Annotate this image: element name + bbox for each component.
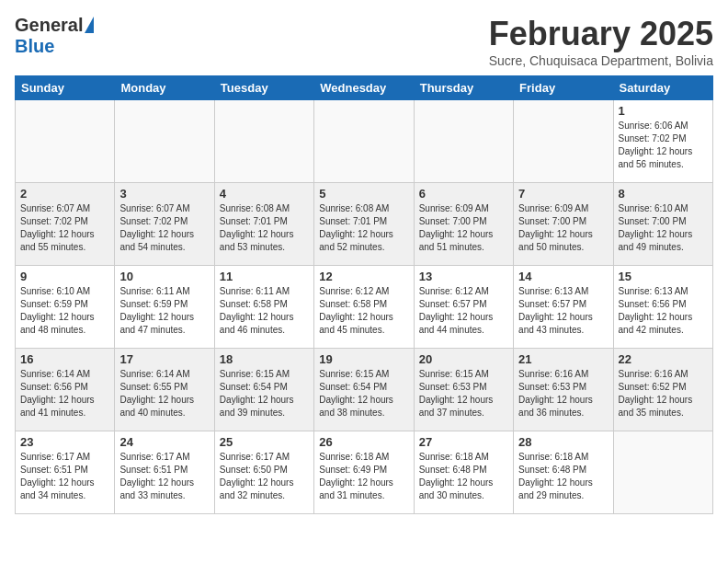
day-number: 10 bbox=[119, 270, 209, 283]
day-number: 12 bbox=[319, 270, 408, 283]
day-number: 27 bbox=[419, 435, 508, 449]
calendar-cell bbox=[514, 100, 613, 183]
day-number: 6 bbox=[419, 187, 508, 201]
weekday-header-friday: Friday bbox=[514, 76, 613, 100]
day-number: 24 bbox=[119, 435, 209, 449]
calendar-cell bbox=[314, 100, 414, 183]
day-info: Sunrise: 6:09 AM Sunset: 7:00 PM Dayligh… bbox=[518, 202, 608, 254]
day-number: 8 bbox=[619, 187, 708, 201]
day-number: 21 bbox=[518, 352, 608, 366]
calendar-cell bbox=[115, 100, 214, 183]
day-number: 15 bbox=[619, 270, 708, 283]
day-info: Sunrise: 6:15 AM Sunset: 6:54 PM Dayligh… bbox=[220, 368, 309, 419]
calendar-cell: 10Sunrise: 6:11 AM Sunset: 6:59 PM Dayli… bbox=[115, 266, 214, 349]
day-info: Sunrise: 6:11 AM Sunset: 6:58 PM Dayligh… bbox=[220, 285, 309, 337]
calendar-cell: 9Sunrise: 6:10 AM Sunset: 6:59 PM Daylig… bbox=[16, 266, 115, 349]
calendar-week-row: 2Sunrise: 6:07 AM Sunset: 7:02 PM Daylig… bbox=[16, 183, 713, 266]
calendar-week-row: 23Sunrise: 6:17 AM Sunset: 6:51 PM Dayli… bbox=[16, 431, 713, 514]
calendar-cell: 1Sunrise: 6:06 AM Sunset: 7:02 PM Daylig… bbox=[613, 100, 712, 183]
day-info: Sunrise: 6:16 AM Sunset: 6:52 PM Dayligh… bbox=[619, 368, 708, 419]
day-number: 2 bbox=[20, 187, 109, 201]
day-number: 5 bbox=[319, 187, 408, 201]
logo-general-text: General bbox=[15, 15, 83, 36]
day-number: 7 bbox=[518, 187, 608, 201]
day-info: Sunrise: 6:18 AM Sunset: 6:49 PM Dayligh… bbox=[319, 451, 408, 502]
calendar-cell: 2Sunrise: 6:07 AM Sunset: 7:02 PM Daylig… bbox=[16, 183, 115, 266]
calendar-cell: 21Sunrise: 6:16 AM Sunset: 6:53 PM Dayli… bbox=[514, 349, 613, 431]
day-number: 25 bbox=[220, 435, 309, 449]
day-info: Sunrise: 6:12 AM Sunset: 6:58 PM Dayligh… bbox=[319, 285, 408, 337]
calendar-cell: 23Sunrise: 6:17 AM Sunset: 6:51 PM Dayli… bbox=[16, 431, 115, 514]
weekday-header-saturday: Saturday bbox=[613, 76, 712, 100]
day-number: 17 bbox=[119, 352, 209, 366]
day-info: Sunrise: 6:16 AM Sunset: 6:53 PM Dayligh… bbox=[518, 368, 608, 419]
day-info: Sunrise: 6:10 AM Sunset: 7:00 PM Dayligh… bbox=[619, 202, 708, 254]
calendar-cell: 25Sunrise: 6:17 AM Sunset: 6:50 PM Dayli… bbox=[214, 431, 313, 514]
day-info: Sunrise: 6:06 AM Sunset: 7:02 PM Dayligh… bbox=[619, 120, 708, 171]
calendar-cell: 20Sunrise: 6:15 AM Sunset: 6:53 PM Dayli… bbox=[414, 349, 513, 431]
month-year-title: February 2025 bbox=[489, 15, 713, 53]
weekday-header-sunday: Sunday bbox=[16, 76, 115, 100]
day-info: Sunrise: 6:13 AM Sunset: 6:57 PM Dayligh… bbox=[518, 285, 608, 337]
day-number: 23 bbox=[20, 435, 109, 449]
calendar-cell bbox=[16, 100, 115, 183]
day-number: 19 bbox=[319, 352, 408, 366]
calendar-cell: 19Sunrise: 6:15 AM Sunset: 6:54 PM Dayli… bbox=[314, 349, 414, 431]
calendar-cell bbox=[214, 100, 313, 183]
calendar-cell: 14Sunrise: 6:13 AM Sunset: 6:57 PM Dayli… bbox=[514, 266, 613, 349]
day-info: Sunrise: 6:14 AM Sunset: 6:56 PM Dayligh… bbox=[20, 368, 109, 419]
calendar-cell: 3Sunrise: 6:07 AM Sunset: 7:02 PM Daylig… bbox=[115, 183, 214, 266]
day-number: 18 bbox=[220, 352, 309, 366]
day-info: Sunrise: 6:08 AM Sunset: 7:01 PM Dayligh… bbox=[220, 202, 309, 254]
calendar-cell: 11Sunrise: 6:11 AM Sunset: 6:58 PM Dayli… bbox=[214, 266, 313, 349]
calendar-cell: 7Sunrise: 6:09 AM Sunset: 7:00 PM Daylig… bbox=[514, 183, 613, 266]
calendar-cell: 15Sunrise: 6:13 AM Sunset: 6:56 PM Dayli… bbox=[613, 266, 712, 349]
location-subtitle: Sucre, Chuquisaca Department, Bolivia bbox=[489, 53, 713, 68]
day-info: Sunrise: 6:07 AM Sunset: 7:02 PM Dayligh… bbox=[119, 202, 209, 254]
day-number: 11 bbox=[220, 270, 309, 283]
calendar-table: SundayMondayTuesdayWednesdayThursdayFrid… bbox=[15, 75, 713, 514]
day-info: Sunrise: 6:13 AM Sunset: 6:56 PM Dayligh… bbox=[619, 285, 708, 337]
day-number: 9 bbox=[20, 270, 109, 283]
day-number: 13 bbox=[419, 270, 508, 283]
calendar-cell: 5Sunrise: 6:08 AM Sunset: 7:01 PM Daylig… bbox=[314, 183, 414, 266]
day-info: Sunrise: 6:15 AM Sunset: 6:54 PM Dayligh… bbox=[319, 368, 408, 419]
calendar-cell: 6Sunrise: 6:09 AM Sunset: 7:00 PM Daylig… bbox=[414, 183, 513, 266]
day-info: Sunrise: 6:11 AM Sunset: 6:59 PM Dayligh… bbox=[119, 285, 209, 337]
calendar-cell: 13Sunrise: 6:12 AM Sunset: 6:57 PM Dayli… bbox=[414, 266, 513, 349]
day-info: Sunrise: 6:17 AM Sunset: 6:51 PM Dayligh… bbox=[119, 451, 209, 502]
day-number: 20 bbox=[419, 352, 508, 366]
calendar-cell: 24Sunrise: 6:17 AM Sunset: 6:51 PM Dayli… bbox=[115, 431, 214, 514]
day-number: 14 bbox=[518, 270, 608, 283]
day-info: Sunrise: 6:10 AM Sunset: 6:59 PM Dayligh… bbox=[20, 285, 109, 337]
day-number: 26 bbox=[319, 435, 408, 449]
weekday-header-row: SundayMondayTuesdayWednesdayThursdayFrid… bbox=[16, 76, 713, 100]
day-info: Sunrise: 6:15 AM Sunset: 6:53 PM Dayligh… bbox=[419, 368, 508, 419]
calendar-cell: 22Sunrise: 6:16 AM Sunset: 6:52 PM Dayli… bbox=[613, 349, 712, 431]
weekday-header-wednesday: Wednesday bbox=[314, 76, 414, 100]
day-number: 16 bbox=[20, 352, 109, 366]
day-info: Sunrise: 6:08 AM Sunset: 7:01 PM Dayligh… bbox=[319, 202, 408, 254]
calendar-week-row: 9Sunrise: 6:10 AM Sunset: 6:59 PM Daylig… bbox=[16, 266, 713, 349]
calendar-week-row: 1Sunrise: 6:06 AM Sunset: 7:02 PM Daylig… bbox=[16, 100, 713, 183]
day-number: 4 bbox=[220, 187, 309, 201]
weekday-header-thursday: Thursday bbox=[414, 76, 513, 100]
day-info: Sunrise: 6:17 AM Sunset: 6:50 PM Dayligh… bbox=[220, 451, 309, 502]
calendar-cell: 12Sunrise: 6:12 AM Sunset: 6:58 PM Dayli… bbox=[314, 266, 414, 349]
weekday-header-tuesday: Tuesday bbox=[214, 76, 313, 100]
day-number: 22 bbox=[619, 352, 708, 366]
page-header: General Blue February 2025 Sucre, Chuqui… bbox=[15, 15, 713, 68]
day-number: 3 bbox=[119, 187, 209, 201]
day-info: Sunrise: 6:07 AM Sunset: 7:02 PM Dayligh… bbox=[20, 202, 109, 254]
logo-blue-text: Blue bbox=[15, 36, 54, 57]
calendar-cell: 18Sunrise: 6:15 AM Sunset: 6:54 PM Dayli… bbox=[214, 349, 313, 431]
calendar-cell: 8Sunrise: 6:10 AM Sunset: 7:00 PM Daylig… bbox=[613, 183, 712, 266]
title-section: February 2025 Sucre, Chuquisaca Departme… bbox=[489, 15, 713, 68]
day-info: Sunrise: 6:18 AM Sunset: 6:48 PM Dayligh… bbox=[518, 451, 608, 502]
calendar-cell: 28Sunrise: 6:18 AM Sunset: 6:48 PM Dayli… bbox=[514, 431, 613, 514]
calendar-cell bbox=[414, 100, 513, 183]
calendar-cell: 16Sunrise: 6:14 AM Sunset: 6:56 PM Dayli… bbox=[16, 349, 115, 431]
day-number: 28 bbox=[518, 435, 608, 449]
day-number: 1 bbox=[619, 104, 708, 118]
logo-triangle-icon bbox=[85, 17, 94, 33]
